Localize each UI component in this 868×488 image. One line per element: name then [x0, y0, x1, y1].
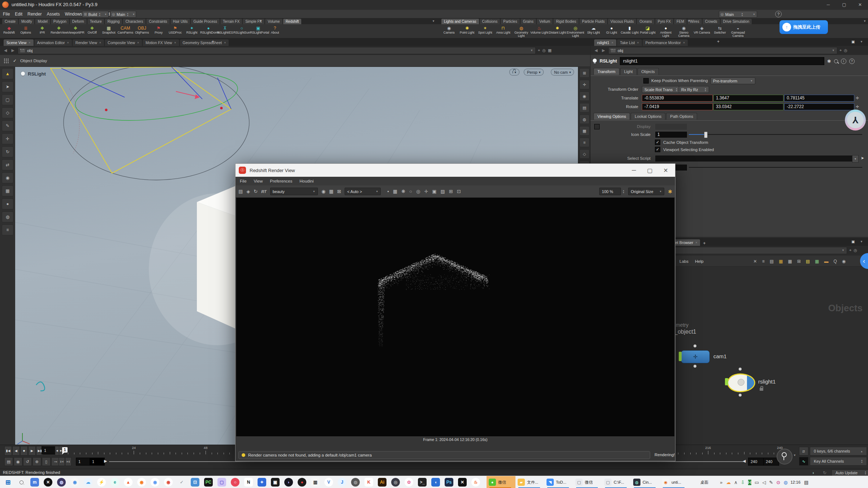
viewport-tool-icon[interactable]: ●: [2, 198, 13, 209]
render-toolbar-icon[interactable]: ▪: [387, 189, 389, 194]
camera-pill[interactable]: No cam: [551, 69, 574, 76]
render-maximize-button[interactable]: ▢: [642, 167, 658, 174]
display-param-field[interactable]: [655, 123, 687, 130]
gear-icon[interactable]: ✱: [827, 59, 831, 64]
render-toolbar-icon[interactable]: ▣: [432, 189, 436, 194]
viewport-option-icon[interactable]: ◇: [579, 149, 590, 159]
viewport-option-icon[interactable]: ✛: [579, 80, 590, 89]
display-check-icon[interactable]: ✓: [13, 58, 17, 63]
taskbar-app-icon[interactable]: N: [244, 478, 253, 487]
radial-stepper[interactable]: [127, 12, 129, 17]
network-toolbar-icon[interactable]: ≡: [762, 259, 765, 264]
zoom-stepper[interactable]: [622, 189, 625, 194]
close-tab-icon[interactable]: ×: [29, 41, 30, 44]
taskbar-app-icon[interactable]: V: [324, 478, 333, 487]
viewport-option-icon[interactable]: ▤: [579, 103, 590, 112]
shelf-tool[interactable]: ?About: [267, 25, 283, 34]
upload-overlay-button[interactable]: ↑ 拖拽至此上传: [780, 20, 828, 34]
transport-button[interactable]: ▶: [28, 446, 36, 455]
channel-editor-icon[interactable]: ∿: [799, 457, 808, 466]
pretransform-dropdown[interactable]: Pre-transform: [711, 77, 755, 84]
close-tab-icon[interactable]: ×: [174, 41, 176, 44]
render-toolbar-icon[interactable]: ▨: [440, 189, 445, 194]
render-canvas[interactable]: [236, 198, 674, 436]
viewport-tool-icon[interactable]: ▲: [2, 68, 13, 79]
tray-icon[interactable]: ◍: [783, 480, 787, 485]
taskbar-app-icon[interactable]: ●: [298, 478, 306, 487]
folder-tab[interactable]: Transform: [593, 68, 619, 75]
icon-scale-handle[interactable]: [704, 132, 708, 138]
range-slider-right-handle[interactable]: ◀: [743, 459, 746, 463]
render-toolbar-icon[interactable]: ▦: [393, 189, 397, 194]
option-tab[interactable]: Lookat Options: [631, 113, 665, 120]
rotate-y-field[interactable]: 33.0342: [713, 103, 783, 110]
message-bubble-icon[interactable]: ◗: [812, 470, 815, 475]
shelf-tab[interactable]: Oceans: [637, 19, 654, 24]
tray-icon[interactable]: ☁: [726, 480, 731, 485]
viewport-tool-icon[interactable]: ◍: [2, 211, 13, 222]
camera-node[interactable]: ✛: [681, 350, 710, 363]
taskbar-app-icon[interactable]: ◎: [391, 478, 400, 487]
render-toolbar-icon[interactable]: ▤: [238, 189, 243, 194]
render-toolbar-icon[interactable]: ⊡: [457, 189, 461, 194]
taskbar-window-button[interactable]: 桌面: [689, 476, 718, 488]
tray-icon[interactable]: ✎: [769, 480, 773, 485]
viewport-tool-icon[interactable]: ✎: [2, 120, 13, 131]
xform-order-dropdown[interactable]: Scale Rot Trans: [642, 86, 680, 93]
rotate-jack-icon[interactable]: ✛: [856, 104, 859, 109]
viewport-option-icon[interactable]: ▦: [579, 126, 590, 136]
shelf-tab[interactable]: Model: [35, 19, 50, 24]
viewport-option-icon[interactable]: ◉: [579, 91, 590, 101]
shelf-tab[interactable]: Polygon: [51, 19, 69, 24]
viewport-tool-icon[interactable]: ◇: [2, 107, 13, 118]
tray-icon[interactable]: ⇩: [741, 480, 745, 485]
shelf-tab[interactable]: Rigid Bodies: [553, 19, 579, 24]
shelf-set-selector[interactable]: ◎Main: [719, 11, 757, 18]
shelf-tool[interactable]: ◉Stereo Camera: [675, 25, 693, 38]
shelf-tool[interactable]: ◈VR Camera: [693, 25, 711, 34]
shelf-tab[interactable]: Hair Utils: [170, 19, 190, 24]
viewport-tool-icon[interactable]: ≡: [2, 224, 13, 235]
render-menu-item[interactable]: File: [240, 179, 247, 183]
display-size-dropdown[interactable]: Original Size: [628, 188, 664, 195]
shelf-tab[interactable]: FEM: [674, 19, 687, 24]
pane-tab[interactable]: Composite View×: [105, 39, 142, 46]
taskbar-app-icon[interactable]: ✦: [258, 478, 266, 487]
display-override-checkbox[interactable]: [594, 124, 600, 129]
path-dropdown-icon[interactable]: ▼: [832, 49, 835, 52]
pane-tab[interactable]: Performance Monitor×: [643, 39, 688, 46]
render-toolbar-icon[interactable]: ↻: [254, 189, 258, 194]
select-script-pick-icon[interactable]: ➤: [861, 156, 864, 160]
range-end-field[interactable]: 240: [748, 458, 764, 466]
render-toolbar-icon[interactable]: ⊠: [337, 189, 341, 194]
taskbar-app-icon[interactable]: >_: [418, 478, 427, 487]
pane-tab[interactable]: Render View×: [73, 39, 104, 46]
shelf-tab[interactable]: Particle Fluids: [579, 19, 607, 24]
projection-pill[interactable]: Persp: [524, 69, 544, 76]
rotate-z-field[interactable]: -22.2722: [784, 103, 854, 110]
tray-icon[interactable]: ⊙: [776, 480, 780, 485]
viewport-tool-icon[interactable]: ↻: [2, 146, 13, 157]
translate-x-field[interactable]: -0.553839: [642, 95, 713, 102]
pane-maximize-icon[interactable]: ▣: [851, 40, 855, 44]
taskbar-app-icon[interactable]: Ai: [378, 478, 387, 487]
shelf-tool[interactable]: ◒Gamepad Camera: [729, 25, 747, 38]
taskbar-app-icon[interactable]: ♨: [471, 478, 480, 487]
translate-jack-icon[interactable]: ✛: [856, 96, 859, 100]
taskbar-app-icon[interactable]: ✿: [405, 478, 413, 487]
taskbar-app-icon[interactable]: e: [111, 478, 119, 487]
zoom-field[interactable]: 100 %: [599, 188, 621, 195]
render-toolbar-icon[interactable]: ⊞: [449, 189, 453, 194]
network-toolbar-icon[interactable]: ▤: [806, 259, 810, 264]
taskbar-app-icon[interactable]: ⊡: [191, 478, 199, 487]
shelf-overflow-icon[interactable]: ▼: [432, 20, 435, 23]
taskbar-app-icon[interactable]: ○: [231, 478, 239, 487]
node-output-dot[interactable]: [694, 365, 696, 368]
node-help-icon[interactable]: ?: [849, 59, 855, 64]
pane-menu-icon[interactable]: ▼: [860, 40, 863, 43]
shelf-tool[interactable]: ◪Portal Light: [639, 25, 657, 34]
scene-path-field[interactable]: obj ▼: [18, 47, 536, 54]
pane-tab[interactable]: Scene View×: [4, 39, 34, 46]
shelf-tool[interactable]: ♨Volume Light: [530, 25, 548, 34]
taskbar-window-button[interactable]: ◉ unti...: [660, 476, 689, 488]
